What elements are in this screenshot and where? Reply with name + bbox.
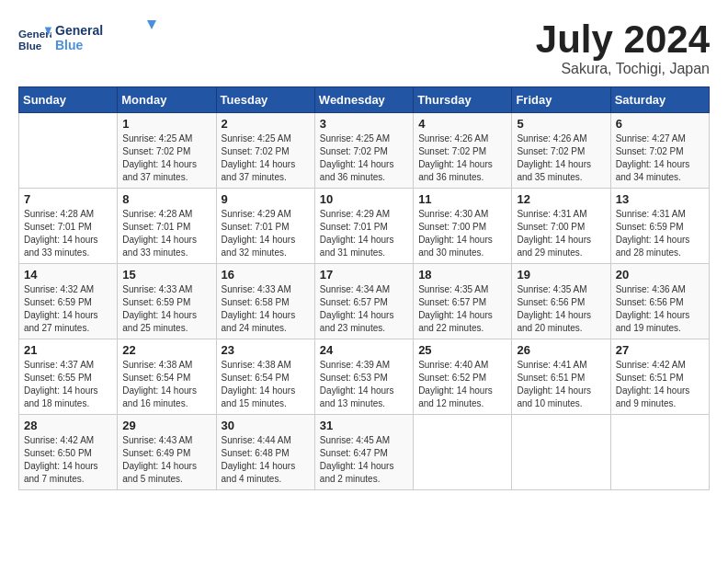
day-number: 14 [24, 268, 112, 282]
day-number: 31 [320, 419, 408, 432]
day-number: 21 [24, 343, 112, 357]
weekday-header: Saturday [610, 87, 709, 113]
day-number: 24 [320, 343, 408, 357]
location: Sakura, Tochigi, Japan [536, 61, 710, 77]
day-info: Sunrise: 4:35 AMSunset: 6:56 PMDaylight:… [517, 283, 605, 335]
day-info: Sunrise: 4:32 AMSunset: 6:59 PMDaylight:… [24, 283, 112, 335]
calendar-cell: 6Sunrise: 4:27 AMSunset: 7:02 PMDaylight… [610, 113, 709, 189]
day-info: Sunrise: 4:38 AMSunset: 6:54 PMDaylight:… [122, 359, 210, 410]
day-number: 4 [418, 117, 506, 131]
calendar-cell: 13Sunrise: 4:31 AMSunset: 6:59 PMDayligh… [610, 189, 709, 264]
day-number: 11 [418, 192, 506, 206]
calendar-cell: 5Sunrise: 4:26 AMSunset: 7:02 PMDaylight… [512, 113, 610, 189]
day-info: Sunrise: 4:27 AMSunset: 7:02 PMDaylight:… [616, 132, 704, 184]
day-info: Sunrise: 4:41 AMSunset: 6:51 PMDaylight:… [517, 359, 605, 410]
calendar-cell: 27Sunrise: 4:42 AMSunset: 6:51 PMDayligh… [610, 339, 709, 415]
day-info: Sunrise: 4:33 AMSunset: 6:59 PMDaylight:… [122, 283, 210, 335]
day-info: Sunrise: 4:33 AMSunset: 6:58 PMDaylight:… [222, 283, 310, 335]
calendar-cell: 3Sunrise: 4:25 AMSunset: 7:02 PMDaylight… [314, 113, 413, 189]
day-number: 17 [320, 268, 408, 282]
weekday-header: Friday [512, 87, 610, 113]
calendar-cell: 21Sunrise: 4:37 AMSunset: 6:55 PMDayligh… [19, 339, 118, 415]
day-number: 30 [222, 419, 310, 432]
day-info: Sunrise: 4:42 AMSunset: 6:50 PMDaylight:… [24, 434, 112, 486]
calendar-week-row: 21Sunrise: 4:37 AMSunset: 6:55 PMDayligh… [19, 339, 710, 415]
weekday-header: Wednesday [314, 87, 413, 113]
day-info: Sunrise: 4:26 AMSunset: 7:02 PMDaylight:… [517, 132, 605, 184]
day-number: 5 [517, 117, 605, 131]
logo-text: General Blue [55, 18, 156, 60]
calendar-cell: 17Sunrise: 4:34 AMSunset: 6:57 PMDayligh… [314, 264, 413, 339]
calendar-cell: 1Sunrise: 4:25 AMSunset: 7:02 PMDaylight… [118, 113, 216, 189]
day-info: Sunrise: 4:36 AMSunset: 6:56 PMDaylight:… [616, 283, 704, 335]
calendar-cell: 11Sunrise: 4:30 AMSunset: 7:00 PMDayligh… [414, 189, 512, 264]
day-number: 23 [222, 343, 310, 357]
calendar-cell: 15Sunrise: 4:33 AMSunset: 6:59 PMDayligh… [118, 264, 216, 339]
day-number: 15 [122, 268, 210, 282]
day-info: Sunrise: 4:45 AMSunset: 6:47 PMDaylight:… [320, 434, 408, 486]
day-number: 10 [320, 192, 408, 206]
day-number: 16 [222, 268, 310, 282]
calendar-cell: 23Sunrise: 4:38 AMSunset: 6:54 PMDayligh… [216, 339, 314, 415]
calendar-cell: 10Sunrise: 4:29 AMSunset: 7:01 PMDayligh… [314, 189, 413, 264]
weekday-header: Monday [118, 87, 216, 113]
day-info: Sunrise: 4:44 AMSunset: 6:48 PMDaylight:… [222, 434, 310, 486]
day-info: Sunrise: 4:34 AMSunset: 6:57 PMDaylight:… [320, 283, 408, 335]
day-info: Sunrise: 4:38 AMSunset: 6:54 PMDaylight:… [222, 359, 310, 410]
calendar-cell: 2Sunrise: 4:25 AMSunset: 7:02 PMDaylight… [216, 113, 314, 189]
weekday-header-row: SundayMondayTuesdayWednesdayThursdayFrid… [19, 87, 710, 113]
weekday-header: Tuesday [216, 87, 314, 113]
day-info: Sunrise: 4:25 AMSunset: 7:02 PMDaylight:… [122, 132, 210, 184]
day-number: 27 [616, 343, 704, 357]
day-number: 22 [122, 343, 210, 357]
day-number: 26 [517, 343, 605, 357]
svg-text:General: General [55, 23, 103, 38]
calendar-cell [512, 415, 610, 490]
day-info: Sunrise: 4:26 AMSunset: 7:02 PMDaylight:… [418, 132, 506, 184]
calendar-cell [19, 113, 118, 189]
weekday-header: Sunday [19, 87, 118, 113]
calendar-cell: 31Sunrise: 4:45 AMSunset: 6:47 PMDayligh… [314, 415, 413, 490]
svg-text:Blue: Blue [55, 38, 84, 52]
svg-text:Blue: Blue [18, 39, 42, 51]
day-number: 6 [616, 117, 704, 131]
day-info: Sunrise: 4:42 AMSunset: 6:51 PMDaylight:… [616, 359, 704, 410]
calendar-cell: 7Sunrise: 4:28 AMSunset: 7:01 PMDaylight… [19, 189, 118, 264]
day-number: 28 [24, 419, 112, 432]
day-info: Sunrise: 4:28 AMSunset: 7:01 PMDaylight:… [24, 208, 112, 259]
calendar-cell: 20Sunrise: 4:36 AMSunset: 6:56 PMDayligh… [610, 264, 709, 339]
calendar-cell: 8Sunrise: 4:28 AMSunset: 7:01 PMDaylight… [118, 189, 216, 264]
day-info: Sunrise: 4:37 AMSunset: 6:55 PMDaylight:… [24, 359, 112, 410]
calendar-cell: 30Sunrise: 4:44 AMSunset: 6:48 PMDayligh… [216, 415, 314, 490]
day-info: Sunrise: 4:39 AMSunset: 6:53 PMDaylight:… [320, 359, 408, 410]
calendar-cell: 16Sunrise: 4:33 AMSunset: 6:58 PMDayligh… [216, 264, 314, 339]
calendar-cell: 26Sunrise: 4:41 AMSunset: 6:51 PMDayligh… [512, 339, 610, 415]
calendar-week-row: 7Sunrise: 4:28 AMSunset: 7:01 PMDaylight… [19, 189, 710, 264]
calendar-cell: 12Sunrise: 4:31 AMSunset: 7:00 PMDayligh… [512, 189, 610, 264]
day-number: 19 [517, 268, 605, 282]
calendar-week-row: 14Sunrise: 4:32 AMSunset: 6:59 PMDayligh… [19, 264, 710, 339]
day-number: 25 [418, 343, 506, 357]
calendar-cell: 19Sunrise: 4:35 AMSunset: 6:56 PMDayligh… [512, 264, 610, 339]
day-info: Sunrise: 4:40 AMSunset: 6:52 PMDaylight:… [418, 359, 506, 410]
calendar-cell: 14Sunrise: 4:32 AMSunset: 6:59 PMDayligh… [19, 264, 118, 339]
day-number: 9 [222, 192, 310, 206]
day-number: 1 [122, 117, 210, 131]
day-number: 20 [616, 268, 704, 282]
calendar-cell: 22Sunrise: 4:38 AMSunset: 6:54 PMDayligh… [118, 339, 216, 415]
day-info: Sunrise: 4:25 AMSunset: 7:02 PMDaylight:… [222, 132, 310, 184]
day-info: Sunrise: 4:31 AMSunset: 7:00 PMDaylight:… [517, 208, 605, 259]
calendar-table: SundayMondayTuesdayWednesdayThursdayFrid… [18, 86, 710, 490]
calendar-cell: 25Sunrise: 4:40 AMSunset: 6:52 PMDayligh… [414, 339, 512, 415]
calendar-cell: 28Sunrise: 4:42 AMSunset: 6:50 PMDayligh… [19, 415, 118, 490]
day-number: 3 [320, 117, 408, 131]
day-info: Sunrise: 4:43 AMSunset: 6:49 PMDaylight:… [122, 434, 210, 486]
calendar-cell [610, 415, 709, 490]
calendar-week-row: 28Sunrise: 4:42 AMSunset: 6:50 PMDayligh… [19, 415, 710, 490]
page-header: General Blue General Blue July 2024 Saku… [18, 18, 710, 77]
calendar-cell: 4Sunrise: 4:26 AMSunset: 7:02 PMDaylight… [414, 113, 512, 189]
calendar-cell: 18Sunrise: 4:35 AMSunset: 6:57 PMDayligh… [414, 264, 512, 339]
logo-icon: General Blue [18, 23, 51, 56]
day-info: Sunrise: 4:25 AMSunset: 7:02 PMDaylight:… [320, 132, 408, 184]
month-title: July 2024 [536, 18, 710, 61]
